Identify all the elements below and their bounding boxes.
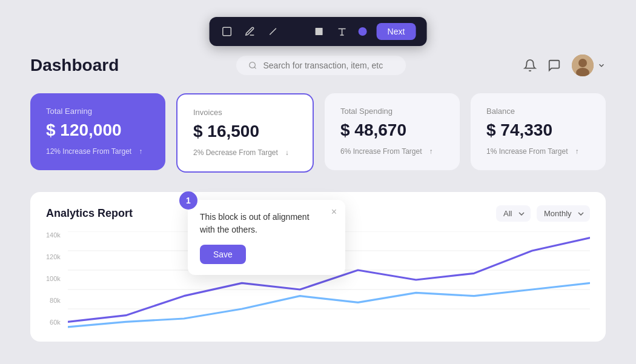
- chart-y-labels: 140k 120k 100k 80k 60k: [46, 231, 61, 328]
- stat-value-invoices: $ 16,500: [193, 122, 297, 141]
- search-bar[interactable]: [236, 56, 406, 75]
- avatar-image: [572, 55, 594, 76]
- arrow-icon[interactable]: [290, 25, 303, 38]
- svg-rect-2: [316, 28, 323, 35]
- annotation-close-button[interactable]: ×: [331, 207, 337, 217]
- stat-footer-balance: 1% Increase From Target ↑: [486, 146, 590, 157]
- y-label-120k: 120k: [46, 253, 61, 260]
- annotation-number: 1: [179, 191, 197, 210]
- text-icon[interactable]: [336, 25, 349, 38]
- svg-line-4: [254, 67, 256, 69]
- stat-label-spending: Total Spending: [340, 107, 444, 116]
- next-button[interactable]: Next: [377, 23, 416, 40]
- stat-value-balance: $ 74,330: [486, 121, 590, 140]
- stat-value-spending: $ 48,670: [340, 121, 444, 140]
- stat-footer-invoices: 2% Decrease From Target ↓: [193, 147, 297, 158]
- frame-icon[interactable]: [220, 25, 234, 38]
- annotation-text: This block is out of alignment with the …: [200, 211, 333, 236]
- y-label-100k: 100k: [46, 275, 61, 282]
- stat-footer-spending: 6% Increase From Target ↑: [340, 146, 444, 157]
- stat-card-invoices[interactable]: Invoices $ 16,500 2% Decrease From Targe…: [176, 93, 314, 173]
- notification-button[interactable]: [523, 59, 537, 72]
- stat-card-total-earning[interactable]: Total Earning $ 120,000 12% Increase Fro…: [30, 93, 165, 170]
- stat-card-balance[interactable]: Balance $ 74,330 1% Increase From Target…: [471, 93, 606, 170]
- avatar: [572, 55, 594, 76]
- stat-label-invoices: Invoices: [193, 108, 297, 117]
- annotation-popup: 1 × This block is out of alignment with …: [188, 200, 345, 275]
- line-icon[interactable]: [267, 25, 280, 38]
- color-picker-dot[interactable]: [359, 27, 367, 36]
- svg-rect-0: [223, 27, 231, 36]
- bell-icon: [523, 59, 537, 72]
- analytics-title: Analytics Report: [46, 207, 133, 220]
- y-label-60k: 60k: [46, 319, 61, 326]
- rect-icon[interactable]: [313, 25, 326, 38]
- annotation-toolbar: Next: [210, 17, 427, 46]
- stat-card-spending[interactable]: Total Spending $ 48,670 6% Increase From…: [325, 93, 460, 170]
- stat-label-balance: Balance: [486, 107, 590, 116]
- pen-icon[interactable]: [243, 25, 257, 38]
- stat-footer-earning: 12% Increase From Target ↑: [46, 146, 150, 157]
- page-header: Dashboard: [30, 55, 606, 76]
- stat-value-earning: $ 120,000: [46, 121, 150, 140]
- search-icon: [248, 61, 257, 70]
- y-label-80k: 80k: [46, 297, 61, 304]
- chat-icon: [548, 59, 561, 72]
- stats-row: Total Earning $ 120,000 12% Increase Fro…: [30, 93, 606, 173]
- page-title: Dashboard: [30, 56, 119, 75]
- header-actions: [523, 55, 606, 76]
- chat-button[interactable]: [548, 59, 561, 72]
- y-label-140k: 140k: [46, 231, 61, 239]
- chevron-down-icon: [597, 61, 606, 70]
- svg-point-6: [578, 59, 587, 67]
- filter-select-monthly[interactable]: Monthly: [537, 205, 590, 222]
- analytics-filters: All Monthly: [496, 205, 590, 222]
- filter-select-1[interactable]: All: [496, 205, 531, 222]
- user-profile[interactable]: [572, 55, 606, 76]
- svg-point-3: [250, 62, 256, 68]
- search-input[interactable]: [263, 61, 394, 70]
- annotation-save-button[interactable]: Save: [200, 245, 246, 264]
- svg-line-1: [270, 28, 276, 35]
- stat-label-earning: Total Earning: [46, 107, 150, 116]
